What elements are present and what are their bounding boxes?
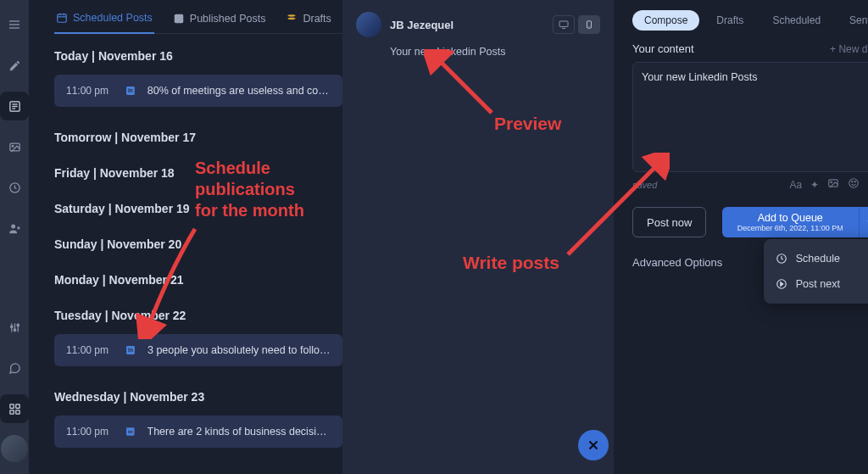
sparkle-icon[interactable]: ✦ (810, 179, 819, 191)
scheduled-post[interactable]: 11:00 pmin80% of meetings are useless an… (54, 75, 342, 107)
menu-icon[interactable] (0, 10, 29, 39)
day-header: Sunday | November 20 (54, 222, 342, 258)
mobile-view-button[interactable] (578, 15, 600, 34)
svg-point-38 (849, 179, 859, 188)
content-textarea[interactable]: Your new Linkedin Posts (632, 62, 868, 172)
svg-rect-32 (559, 21, 568, 27)
image-attach-icon[interactable] (827, 177, 839, 192)
queue-sublabel: December 6th, 2022, 11:00 PM (737, 224, 843, 232)
add-to-queue-button[interactable]: Add to Queue December 6th, 2022, 11:00 P… (722, 207, 859, 237)
post-time: 11:00 pm (66, 426, 114, 438)
day-header: Tuesday | November 22 (54, 293, 342, 329)
preview-avatar (356, 12, 381, 37)
content-label: Your content (632, 42, 694, 55)
preview-panel: JB Jezequel Your new Linkedin Posts (342, 0, 614, 474)
saved-status: saved (632, 180, 657, 190)
svg-rect-34 (587, 21, 592, 28)
svg-point-40 (854, 181, 855, 182)
image-icon[interactable] (0, 132, 29, 161)
dropdown-post-next[interactable]: Post next (764, 271, 868, 297)
compose-panel: Compose Drafts Scheduled Sent Your conte… (614, 0, 868, 474)
scheduled-post[interactable]: 11:00 pminThere are 2 kinds of business … (54, 415, 342, 448)
clock-icon[interactable] (0, 173, 29, 202)
compose-tab-compose[interactable]: Compose (632, 10, 699, 31)
post-title: 80% of meetings are useless and could be… (147, 85, 331, 97)
svg-text:in: in (128, 87, 133, 93)
tab-published-label: Published Posts (190, 13, 266, 25)
close-button[interactable] (578, 430, 609, 460)
emoji-icon[interactable] (848, 177, 860, 192)
feed-icon[interactable] (0, 92, 29, 120)
day-header: Tomorrow | November 17 (54, 115, 342, 151)
next-icon (776, 278, 787, 290)
svg-point-8 (12, 145, 14, 147)
tab-drafts-label: Drafts (303, 13, 331, 25)
left-rail (0, 0, 29, 474)
svg-point-10 (11, 224, 15, 228)
calendar-icon (56, 12, 68, 24)
schedule-tabs: Scheduled Posts Published Posts Drafts (54, 0, 342, 34)
tab-drafts[interactable]: Drafts (284, 12, 332, 33)
post-title: There are 2 kinds of business decisions:… (147, 426, 331, 438)
svg-rect-20 (15, 410, 19, 413)
tab-scheduled-label: Scheduled Posts (73, 12, 153, 24)
avatar[interactable] (1, 435, 28, 462)
svg-rect-17 (9, 404, 13, 407)
day-header: Friday | November 18 (54, 151, 342, 187)
day-header: Today | November 16 (54, 34, 342, 70)
user-plus-icon[interactable] (0, 214, 29, 243)
svg-text:in: in (128, 347, 133, 353)
tab-published[interactable]: Published Posts (171, 12, 268, 33)
svg-point-14 (10, 326, 13, 328)
schedule-panel: Scheduled Posts Published Posts Drafts T… (29, 0, 342, 474)
svg-point-16 (17, 324, 19, 326)
svg-rect-18 (15, 404, 19, 407)
chat-icon[interactable] (0, 354, 29, 382)
new-draft-button[interactable]: + New draft (830, 43, 868, 55)
day-header: Wednesday | November 23 (54, 375, 342, 410)
compose-tab-scheduled[interactable]: Scheduled (760, 10, 832, 31)
queue-dropdown: Schedule Post next (764, 239, 868, 304)
linkedin-icon: in (125, 426, 136, 438)
svg-text:in: in (128, 428, 133, 434)
sliders-icon[interactable] (0, 313, 29, 342)
preview-body: Your new Linkedin Posts (356, 37, 600, 58)
svg-rect-19 (9, 410, 13, 413)
queue-chevron-button[interactable] (859, 207, 868, 237)
compose-tab-sent[interactable]: Sent (837, 10, 868, 31)
post-time: 11:00 pm (66, 344, 114, 356)
post-title: 3 people you absolutely need to follow a… (147, 344, 331, 356)
close-icon (586, 438, 601, 453)
compose-tab-drafts[interactable]: Drafts (704, 10, 755, 31)
svg-rect-25 (175, 14, 184, 23)
clock-icon (776, 253, 787, 265)
linkedin-icon: in (125, 85, 136, 97)
day-header: Saturday | November 19 (54, 187, 342, 222)
drafts-icon (286, 13, 298, 25)
svg-point-39 (852, 181, 853, 182)
dropdown-schedule[interactable]: Schedule (764, 246, 868, 271)
font-icon[interactable]: Aa (789, 179, 802, 191)
post-now-button[interactable]: Post now (632, 207, 706, 237)
svg-point-15 (14, 328, 16, 331)
preview-name: JB Jezequel (390, 19, 453, 31)
queue-label: Add to Queue (737, 212, 843, 224)
svg-point-37 (831, 181, 832, 183)
tab-scheduled[interactable]: Scheduled Posts (54, 12, 154, 34)
scheduled-post[interactable]: 11:00 pmin3 people you absolutely need t… (54, 334, 342, 366)
post-time: 11:00 pm (66, 85, 114, 97)
day-header: Monday | November 21 (54, 258, 342, 293)
edit-icon[interactable] (0, 51, 29, 80)
published-icon (173, 13, 185, 25)
linkedin-icon: in (125, 344, 136, 356)
layout-icon[interactable] (0, 394, 29, 423)
svg-rect-21 (58, 14, 67, 22)
desktop-view-button[interactable] (553, 15, 575, 34)
